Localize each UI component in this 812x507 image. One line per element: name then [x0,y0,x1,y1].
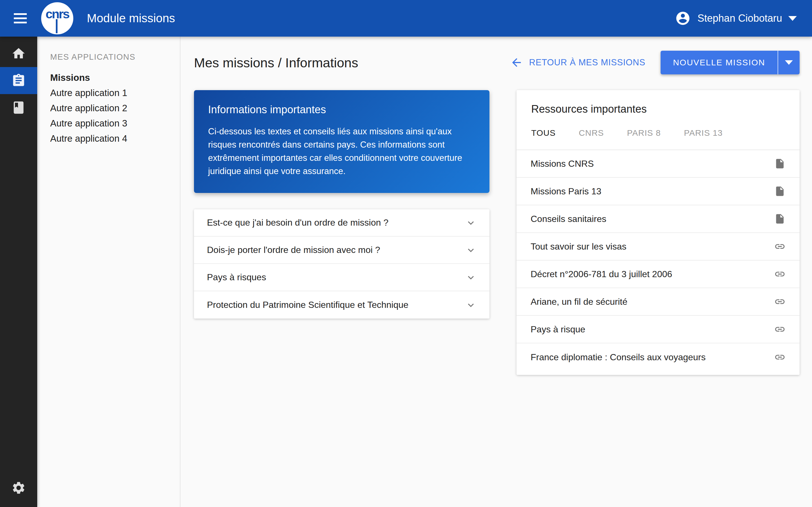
account-circle-icon [675,10,691,26]
important-info-card: Informations importantes Ci-dessous les … [194,90,490,193]
link-icon [774,241,785,252]
resource-label: Décret n°2006-781 du 3 juillet 2006 [530,269,774,279]
chevron-down-icon [465,217,476,228]
new-mission-dropdown-button[interactable] [778,51,800,74]
appbar: cnrs Module missions Stephan Ciobotaru [0,0,812,37]
user-menu[interactable]: Stephan Ciobotaru [675,10,797,26]
arrow-left-icon [510,56,529,69]
accordion-question: Pays à risques [207,272,465,283]
resource-label: Tout savoir sur les visas [530,241,774,252]
resource-label: France diplomatie : Conseils aux voyageu… [530,352,774,362]
caret-down-icon [788,16,797,21]
info-card-body: Ci-dessous les textes et conseils liés a… [208,125,475,178]
chevron-down-icon [465,244,476,256]
tab-tous[interactable]: TOUS [531,128,556,138]
back-link-label: RETOUR À MES MISSIONS [529,57,645,68]
sidebar-item-autre-4[interactable]: Autre application 4 [37,131,180,146]
applications-sidebar: MES APPLICATIONS Missions Autre applicat… [37,37,181,507]
rail-item-bookmarks[interactable] [0,94,37,121]
caret-down-icon [785,60,793,65]
cnrs-logo: cnrs [41,2,73,34]
home-icon [11,46,26,61]
page-title: Mes missions / Informations [194,55,358,70]
rail-item-missions[interactable] [0,67,37,94]
menu-icon[interactable] [11,9,29,27]
resource-decret[interactable]: Décret n°2006-781 du 3 juillet 2006 [516,261,800,288]
main-content: Mes missions / Informations RETOUR À MES… [181,37,812,507]
link-icon [774,269,785,280]
book-icon [11,100,26,115]
link-icon [774,351,785,363]
new-mission-button[interactable]: NOUVELLE MISSION [661,51,777,74]
resource-label: Ariane, un fil de sécurité [530,297,774,307]
resources-tabs: TOUS CNRS PARIS 8 PARIS 13 [531,128,800,138]
sidebar-item-autre-3[interactable]: Autre application 3 [37,116,180,131]
assignment-icon [11,73,26,88]
resource-ariane[interactable]: Ariane, un fil de sécurité [516,288,800,316]
resource-visas[interactable]: Tout savoir sur les visas [516,233,800,261]
resource-label: Missions Paris 13 [530,186,774,196]
resource-missions-cnrs[interactable]: Missions CNRS [516,150,800,178]
accordion-item-ordre-mission[interactable]: Est-ce que j'ai besoin d'un ordre de mis… [194,209,490,237]
accordion-question: Protection du Patrimoine Scientifique et… [207,300,465,310]
sidebar-heading: MES APPLICATIONS [50,52,180,62]
app-title: Module missions [87,11,175,25]
resource-conseils-sanitaires[interactable]: Conseils sanitaires [516,205,800,233]
sidebar-item-autre-2[interactable]: Autre application 2 [37,101,180,116]
sidebar-item-autre-1[interactable]: Autre application 1 [37,86,180,101]
rail-item-settings[interactable] [0,478,37,498]
resource-label: Pays à risque [530,324,774,335]
back-to-missions-link[interactable]: RETOUR À MES MISSIONS [510,56,645,69]
settings-icon [11,481,26,495]
file-icon [774,213,785,224]
resource-missions-paris13[interactable]: Missions Paris 13 [516,178,800,205]
resources-title: Ressources importantes [531,103,800,115]
resource-label: Conseils sanitaires [530,214,774,224]
cnrs-logo-line [56,19,57,33]
accordion-item-pays-risques[interactable]: Pays à risques [194,264,490,291]
chevron-down-icon [465,299,476,311]
resource-pays-a-risque[interactable]: Pays à risque [516,316,800,343]
accordion-item-porter-ordre[interactable]: Dois-je porter l'ordre de mission avec m… [194,237,490,264]
file-icon [774,158,785,169]
accordion-item-ppst[interactable]: Protection du Patrimoine Scientifique et… [194,291,490,319]
resources-card: Ressources importantes TOUS CNRS PARIS 8… [516,90,800,375]
accordion-question: Est-ce que j'ai besoin d'un ordre de mis… [207,217,465,228]
tab-cnrs[interactable]: CNRS [579,128,604,138]
tab-paris-8[interactable]: PARIS 8 [627,128,661,138]
resource-france-diplomatie[interactable]: France diplomatie : Conseils aux voyageu… [516,343,800,371]
link-icon [774,296,785,307]
tab-paris-13[interactable]: PARIS 13 [684,128,723,138]
info-card-title: Informations importantes [208,104,475,116]
user-name: Stephan Ciobotaru [698,12,782,24]
rail-item-home[interactable] [0,40,37,67]
sidebar-item-missions[interactable]: Missions [37,70,180,86]
icon-rail [0,37,37,507]
link-icon [774,324,785,335]
resource-label: Missions CNRS [530,159,774,169]
accordion-question: Dois-je porter l'ordre de mission avec m… [207,245,465,255]
file-icon [774,186,785,197]
chevron-down-icon [465,272,476,283]
new-mission-button-group: NOUVELLE MISSION [661,51,800,74]
faq-accordion: Est-ce que j'ai besoin d'un ordre de mis… [194,209,490,319]
